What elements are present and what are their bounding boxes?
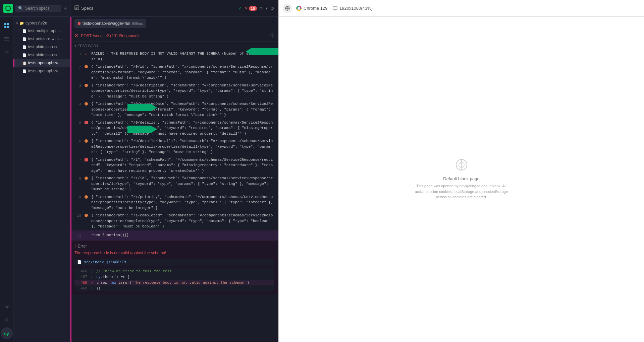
- header-controls: ✓ ✕ 16 ⟳ ▾ ↺: [238, 6, 274, 11]
- nav-icon-settings[interactable]: [1, 314, 13, 326]
- code-line-8: 8 { "instancePath": "/1/id", "schemaPath…: [70, 175, 278, 193]
- refresh-button[interactable]: ↺: [270, 6, 274, 11]
- svg-point-7: [6, 52, 7, 53]
- file-icon-1: 📄: [22, 29, 26, 33]
- file-item-1[interactable]: 📄 test-multiple-api-...: [13, 27, 70, 35]
- browser-info: Chrome 129 | 1920x1080(43%): [296, 6, 373, 11]
- file-item-4[interactable]: 📄 test-plain-json-sc...: [13, 51, 70, 59]
- snippet-code-467: cy.then(() => {: [96, 275, 272, 279]
- add-spec-button[interactable]: +: [64, 5, 67, 11]
- section-chevron-icon: ▾: [74, 44, 76, 48]
- line-indicator-8: [85, 177, 88, 180]
- browser-separator: |: [330, 6, 331, 11]
- screen-size-label: 1920x1080(43%): [339, 6, 373, 11]
- snippet-line-467: 467 | cy.then(() => {: [74, 274, 274, 280]
- top-bar: 🔍 Search specs +: [0, 0, 70, 17]
- active-tab[interactable]: tests-openapi-swagger-fail 969ms: [74, 19, 146, 28]
- file-icon-5: 📋: [22, 61, 26, 65]
- test-header: ✕ POST /service2 (201 Response) ⓘ: [74, 33, 274, 39]
- code-line-5: 5 { "instancePath": "/0/details", "schem…: [70, 119, 278, 138]
- error-bang: !: [74, 244, 76, 249]
- code-line-3: 3 { "instancePath": "/0/description", "s…: [70, 82, 278, 100]
- chevron-button[interactable]: ▾: [266, 6, 268, 11]
- line-num-11: 11: [74, 232, 81, 238]
- file-item-5[interactable]: 📋 tests-openapi-sw...: [13, 59, 70, 67]
- error-label: Error: [78, 244, 87, 249]
- svg-rect-6: [4, 40, 9, 41]
- browser-nav-button[interactable]: [283, 4, 292, 13]
- blank-page-container: Default blank page This page was opened …: [415, 159, 508, 200]
- svg-rect-18: [333, 6, 337, 9]
- snippet-line-468: 468 > throw new Error('The response body…: [74, 280, 274, 285]
- error-section: ! Error The response body is not valid a…: [70, 240, 278, 294]
- file-name-2: test-petstore-with...: [28, 37, 62, 41]
- main-panel: Specs ✓ ✕ 16 ⟳ ▾ ↺ tests-openapi-swagger…: [70, 0, 278, 342]
- test-item: ✕ POST /service2 (201 Response) ⓘ: [70, 30, 278, 42]
- file-item-3[interactable]: 📄 test-plain-json-sc...: [13, 43, 70, 51]
- line-content-8: { "instancePath": "/1/id", "schemaPath":…: [91, 176, 274, 192]
- snippet-num-469: 469: [77, 286, 87, 290]
- snippet-code-466: // Throw an error to fail the test: [96, 269, 272, 273]
- file-item-2[interactable]: 📄 test-petstore-with...: [13, 35, 70, 43]
- line-indicator-5: [85, 121, 88, 124]
- error-file-link[interactable]: 📄 src/index.js:468:19: [74, 259, 274, 266]
- file-link-text: src/index.js:468:19: [84, 260, 126, 264]
- nav-icon-gear[interactable]: [1, 46, 13, 58]
- snippet-pipe-467: |: [91, 275, 93, 279]
- tab-bar: tests-openapi-swagger-fail 969ms: [70, 17, 278, 30]
- code-line-9: 9 { "instancePath": "/1/priority", "sche…: [70, 193, 278, 212]
- file-name-5: tests-openapi-sw...: [28, 61, 61, 65]
- fail-status: ✕ 16: [245, 6, 257, 11]
- snippet-num-467: 467: [77, 275, 87, 279]
- error-message: The response body is not valid against t…: [74, 251, 274, 255]
- snippet-code-469: }): [96, 286, 272, 290]
- section-label: ▾ TEST BODY: [70, 42, 278, 50]
- snippet-arrow-468: >: [91, 280, 93, 285]
- search-label: Search specs: [25, 6, 50, 11]
- test-title[interactable]: POST /service2 (201 Response): [81, 33, 139, 38]
- chrome-label: Chrome 129: [304, 6, 328, 11]
- nav-icon-cypress[interactable]: cy: [1, 327, 13, 339]
- file-item-6[interactable]: 📄 tests-openapi-sw...: [13, 67, 70, 75]
- nav-icon-plug[interactable]: [1, 300, 13, 313]
- svg-rect-5: [4, 39, 9, 39]
- cypress-logo: [3, 4, 13, 13]
- line-content-1: FAILED - THE RESPONSE BODY IS NOT VALID …: [91, 51, 274, 62]
- line-content-4: { "instancePath": "/0/createdDate", "sch…: [91, 101, 274, 118]
- nav-icon-dashboard[interactable]: [1, 19, 13, 31]
- line-content-6: { "instancePath": "/0/details/detail1", …: [91, 138, 274, 155]
- line-num-5: 5: [74, 120, 81, 126]
- specs-text: Specs: [81, 6, 93, 11]
- test-fail-marker: ✕: [74, 33, 78, 38]
- line-num-8: 8: [74, 176, 81, 182]
- code-line-11: 11 then function(){}: [70, 230, 278, 241]
- blank-page-icon: [415, 159, 508, 174]
- file-link-icon: 📄: [77, 260, 82, 264]
- file-tree: ▾ 📁 cypress\e2e 📄 test-multiple-api-... …: [13, 17, 70, 342]
- folder-cypress-e2e[interactable]: ▾ 📁 cypress\e2e: [13, 19, 70, 27]
- line-indicator-7: [85, 158, 88, 161]
- file-name-4: test-plain-json-sc...: [28, 53, 62, 57]
- code-snippet: 466 | // Throw an error to fail the test…: [74, 268, 274, 291]
- file-icon-2: 📄: [22, 37, 26, 41]
- line-content-10: { "instancePath": "/1/completed", "schem…: [91, 213, 274, 229]
- search-bar[interactable]: 🔍 Search specs: [15, 5, 61, 12]
- chrome-icon: [296, 6, 302, 11]
- pass-status: ✓: [238, 6, 242, 11]
- line-indicator-9: [85, 195, 88, 199]
- snippet-code-468: throw new Error('The response body is no…: [96, 280, 272, 285]
- svg-point-17: [298, 7, 300, 9]
- line-indicator-6: [85, 139, 88, 143]
- monitor-icon: [333, 6, 337, 11]
- info-icon[interactable]: ⓘ: [270, 33, 274, 39]
- folder-icon: 📁: [19, 21, 24, 25]
- nav-icon-list[interactable]: [1, 33, 13, 45]
- line-content-2: { "instancePath": "/0/id", "schemaPath":…: [91, 64, 274, 81]
- specs-label: Specs: [74, 5, 93, 11]
- chevron-down-icon: ▾: [16, 21, 18, 25]
- file-icon-6: 📄: [22, 69, 26, 73]
- line-content-9: { "instancePath": "/1/priority", "schema…: [91, 194, 274, 211]
- error-title: ! Error: [74, 244, 274, 249]
- content-area[interactable]: ✕ POST /service2 (201 Response) ⓘ ▾ TEST…: [70, 30, 278, 342]
- cypress-logo-inner: [5, 6, 11, 11]
